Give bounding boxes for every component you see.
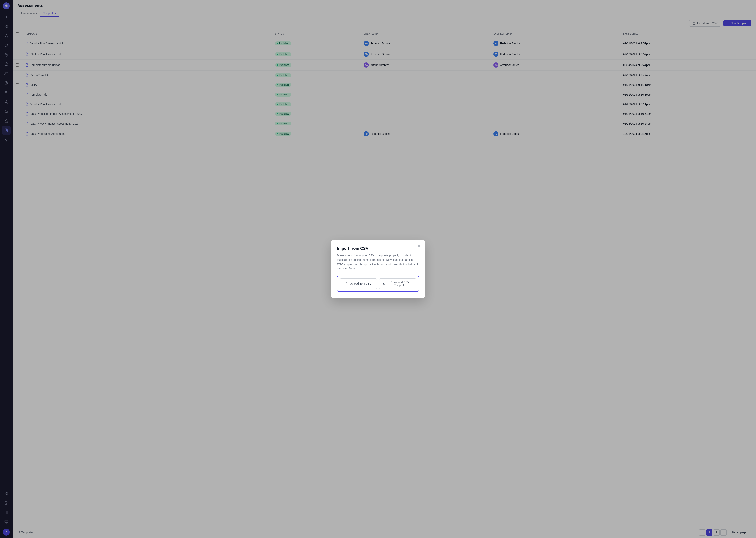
- modal-title: Import from CSV: [337, 246, 419, 251]
- upload-csv-button[interactable]: Upload from CSV: [340, 278, 377, 289]
- upload-icon: [345, 282, 349, 285]
- modal-overlay[interactable]: Import from CSV Make sure to format your…: [0, 0, 756, 538]
- modal-close-button[interactable]: [416, 243, 422, 249]
- download-csv-template-button[interactable]: Download CSV Template: [379, 278, 416, 289]
- import-csv-modal: Import from CSV Make sure to format your…: [331, 240, 425, 298]
- modal-description: Make sure to format your CSV of requests…: [337, 253, 419, 271]
- close-icon: [417, 244, 421, 248]
- download-icon: [383, 282, 385, 285]
- upload-label: Upload from CSV: [350, 282, 371, 285]
- modal-action-group: Upload from CSV Download CSV Template: [337, 276, 419, 292]
- download-label: Download CSV Template: [387, 281, 413, 287]
